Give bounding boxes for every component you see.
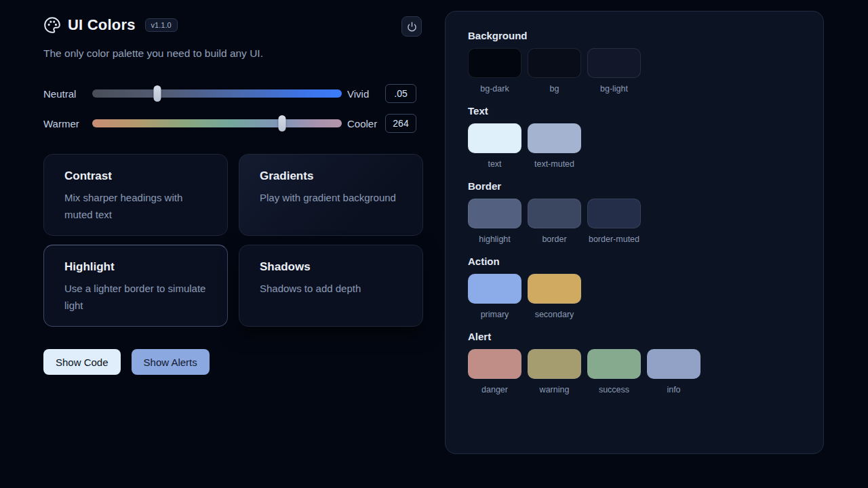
section-title: Background: [468, 30, 801, 41]
power-icon: [407, 22, 417, 32]
swatch-highlight: highlight: [468, 199, 521, 244]
chroma-value-box[interactable]: .05: [385, 84, 416, 103]
swatch-label: highlight: [479, 235, 511, 244]
section-text: Text text text-muted: [468, 105, 801, 169]
card-shadows: Shadows Shadows to add depth: [239, 245, 423, 327]
section-title: Alert: [468, 331, 801, 342]
card-title: Gradients: [260, 169, 402, 183]
color-swatch[interactable]: [528, 48, 581, 78]
card-description: Use a lighter border to simulate light: [64, 280, 207, 314]
feature-cards: Contrast Mix sharper headings with muted…: [43, 154, 423, 327]
show-alerts-button[interactable]: Show Alerts: [132, 349, 210, 375]
color-swatch[interactable]: [468, 123, 521, 153]
show-code-button[interactable]: Show Code: [43, 349, 121, 375]
section-action: Action primary secondary: [468, 256, 801, 319]
swatch-border-muted: border-muted: [587, 199, 641, 244]
left-column: UI Colors v1.1.0 The only color palette …: [43, 0, 423, 375]
version-badge: v1.1.0: [145, 18, 178, 32]
section-title: Action: [468, 256, 801, 267]
swatch-label: bg: [550, 84, 559, 94]
hue-value-box[interactable]: 264: [385, 114, 416, 133]
color-swatch[interactable]: [468, 199, 521, 228]
slider-left-label: Warmer: [43, 118, 92, 129]
hue-slider[interactable]: [92, 119, 342, 127]
section-background: Background bg-dark bg bg-light: [468, 30, 801, 94]
swatch-label: bg-dark: [480, 84, 509, 94]
section-border: Border highlight border border-muted: [468, 180, 801, 244]
chroma-slider[interactable]: [92, 89, 342, 98]
app-subtitle: The only color palette you need to build…: [43, 47, 423, 60]
swatch-border: border: [528, 199, 581, 244]
color-swatch[interactable]: [587, 48, 641, 78]
card-highlight: Highlight Use a lighter border to simula…: [43, 245, 228, 327]
header: UI Colors v1.1.0: [43, 0, 423, 34]
color-swatch[interactable]: [468, 349, 521, 379]
chroma-slider-thumb[interactable]: [153, 85, 161, 102]
palette-panel: Background bg-dark bg bg-light Text text: [445, 11, 824, 454]
color-swatch[interactable]: [587, 349, 641, 379]
palette-icon: [43, 16, 61, 34]
swatch-bg: bg: [528, 48, 581, 94]
swatch-label: border: [542, 235, 566, 244]
swatch-bg-dark: bg-dark: [468, 48, 521, 94]
section-title: Text: [468, 105, 801, 117]
color-swatch[interactable]: [528, 199, 581, 228]
swatch-label: border-muted: [589, 235, 639, 244]
swatch-text-muted: text-muted: [528, 123, 581, 169]
swatch-text: text: [468, 123, 521, 169]
card-title: Contrast: [64, 169, 207, 183]
swatch-bg-light: bg-light: [587, 48, 641, 94]
swatch-secondary: secondary: [528, 274, 581, 319]
swatch-label: primary: [481, 310, 509, 319]
swatch-label: text-muted: [534, 159, 574, 169]
swatch-primary: primary: [468, 274, 521, 319]
sliders-group: Neutral Vivid .05 Warmer Cooler 264: [43, 84, 423, 133]
color-swatch[interactable]: [468, 48, 521, 78]
swatch-label: text: [488, 159, 501, 169]
section-title: Border: [468, 180, 801, 192]
card-contrast: Contrast Mix sharper headings with muted…: [43, 154, 228, 236]
page-title: UI Colors: [68, 16, 136, 34]
color-swatch[interactable]: [528, 123, 581, 153]
hue-slider-thumb[interactable]: [278, 115, 285, 131]
card-description: Mix sharper headings with muted text: [64, 189, 207, 223]
slider-right-label: Cooler: [342, 118, 385, 129]
color-swatch[interactable]: [468, 274, 521, 304]
power-button[interactable]: [401, 16, 422, 37]
card-title: Highlight: [64, 260, 207, 274]
swatch-row: highlight border border-muted: [468, 199, 801, 244]
color-swatch[interactable]: [528, 274, 581, 304]
slider-right-label: Vivid: [342, 88, 385, 100]
color-swatch[interactable]: [528, 349, 581, 379]
swatch-row: primary secondary: [468, 274, 801, 319]
swatch-label: success: [599, 385, 629, 394]
swatch-label: secondary: [535, 310, 574, 319]
swatch-success: success: [587, 349, 641, 394]
color-swatch[interactable]: [587, 199, 641, 228]
swatch-label: bg-light: [600, 84, 628, 94]
card-gradients: Gradients Play with gradient background: [239, 154, 423, 236]
swatch-row: text text-muted: [468, 123, 801, 169]
swatch-info: info: [647, 349, 701, 394]
swatch-label: info: [667, 385, 680, 394]
swatch-label: danger: [481, 385, 508, 394]
card-title: Shadows: [260, 260, 402, 274]
swatch-label: warning: [540, 385, 570, 394]
swatch-row: danger warning success info: [468, 349, 801, 394]
hue-slider-row: Warmer Cooler 264: [43, 114, 423, 133]
slider-left-label: Neutral: [43, 88, 92, 100]
chroma-slider-row: Neutral Vivid .05: [43, 84, 423, 103]
card-description: Play with gradient background: [260, 189, 402, 206]
swatch-warning: warning: [528, 349, 581, 394]
swatch-danger: danger: [468, 349, 521, 394]
card-description: Shadows to add depth: [260, 280, 402, 297]
color-swatch[interactable]: [647, 349, 701, 379]
section-alert: Alert danger warning success info: [468, 331, 801, 394]
swatch-row: bg-dark bg bg-light: [468, 48, 801, 94]
action-buttons: Show Code Show Alerts: [43, 349, 423, 375]
